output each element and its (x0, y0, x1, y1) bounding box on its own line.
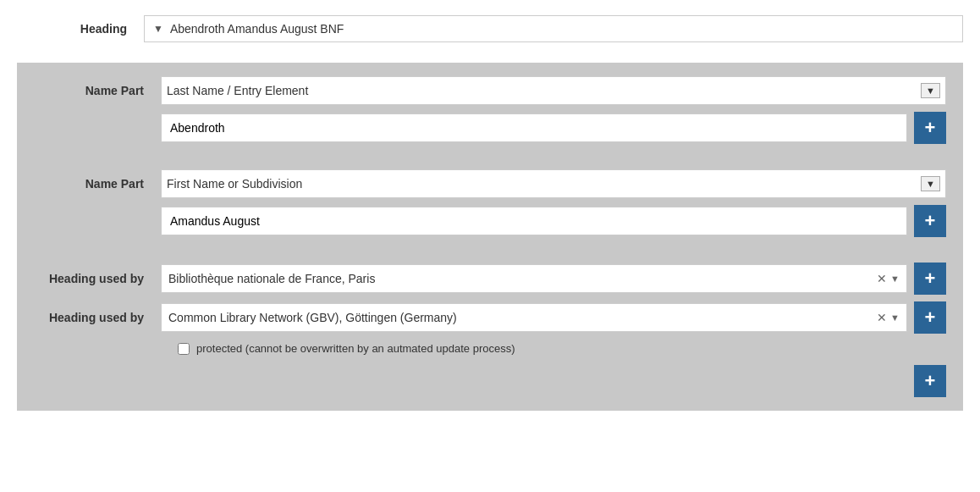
heading-used-by-1-add-button[interactable]: + (914, 263, 946, 295)
heading-used-by-2-row: Heading used by Common Library Network (… (34, 301, 946, 334)
name-part-2-select[interactable]: First Name or Subdivision ▼ (161, 169, 946, 198)
name-part-1-block: Name Part Last Name / Entry Element ▼ + (34, 76, 946, 144)
heading-dropdown-arrow-icon: ▼ (153, 23, 163, 35)
heading-used-by-1-row: Heading used by Bibliothèque nationale d… (34, 263, 946, 295)
heading-used-by-2-dropdown-icon[interactable]: ▼ (890, 312, 900, 323)
heading-dropdown[interactable]: ▼ Abendroth Amandus August BNF (144, 15, 963, 42)
name-part-2-input-row: + (34, 205, 946, 237)
name-part-2-select-row: Name Part First Name or Subdivision ▼ (34, 169, 946, 198)
heading-used-by-1-label: Heading used by (34, 272, 161, 285)
heading-used-by-2-label: Heading used by (34, 311, 161, 324)
protected-label: protected (cannot be overwritten by an a… (196, 342, 515, 355)
heading-used-by-1-controls: ✕ ▼ (877, 272, 900, 285)
page-container: Heading ▼ Abendroth Amandus August BNF N… (0, 0, 980, 492)
protected-checkbox[interactable] (178, 343, 190, 355)
heading-used-by-1-field[interactable]: Bibliothèque nationale de France, Paris … (161, 264, 907, 293)
name-part-2-label: Name Part (34, 177, 161, 191)
name-part-2-input[interactable] (161, 207, 907, 235)
name-part-2-select-arrow-icon[interactable]: ▼ (921, 176, 940, 191)
heading-row: Heading ▼ Abendroth Amandus August BNF (17, 8, 963, 49)
heading-used-by-1-dropdown-icon[interactable]: ▼ (890, 274, 900, 284)
name-part-1-input[interactable] (161, 113, 907, 142)
heading-used-by-2-clear-icon[interactable]: ✕ (877, 311, 887, 324)
heading-used-by-2-field[interactable]: Common Library Network (GBV), Göttingen … (161, 303, 907, 332)
name-part-1-select-row: Name Part Last Name / Entry Element ▼ (34, 76, 946, 105)
heading-value: Abendroth Amandus August BNF (170, 22, 344, 36)
heading-field-wrap: ▼ Abendroth Amandus August BNF (144, 15, 963, 42)
heading-used-by-2-add-button[interactable]: + (914, 301, 946, 334)
name-part-2-select-value: First Name or Subdivision (167, 177, 302, 191)
name-part-1-select-arrow-icon[interactable]: ▼ (921, 83, 940, 98)
heading-used-by-2-controls: ✕ ▼ (877, 311, 900, 324)
heading-used-by-1-clear-icon[interactable]: ✕ (877, 272, 887, 285)
name-part-1-select[interactable]: Last Name / Entry Element ▼ (161, 76, 946, 105)
name-part-1-input-row: + (34, 112, 946, 144)
bottom-add-button[interactable]: + (914, 365, 946, 397)
heading-used-by-2-value: Common Library Network (GBV), Göttingen … (168, 311, 877, 324)
name-part-1-label: Name Part (34, 84, 161, 97)
name-part-1-add-button[interactable]: + (914, 112, 946, 144)
name-part-2-block: Name Part First Name or Subdivision ▼ + (34, 169, 946, 237)
name-part-2-add-button[interactable]: + (914, 205, 946, 237)
heading-used-by-1-value: Bibliothèque nationale de France, Paris (168, 272, 877, 285)
bottom-add-row: + (34, 365, 946, 397)
gray-section: Name Part Last Name / Entry Element ▼ + … (17, 63, 963, 411)
name-part-1-select-value: Last Name / Entry Element (167, 84, 308, 97)
protected-row: protected (cannot be overwritten by an a… (178, 342, 946, 355)
heading-label: Heading (17, 22, 144, 36)
